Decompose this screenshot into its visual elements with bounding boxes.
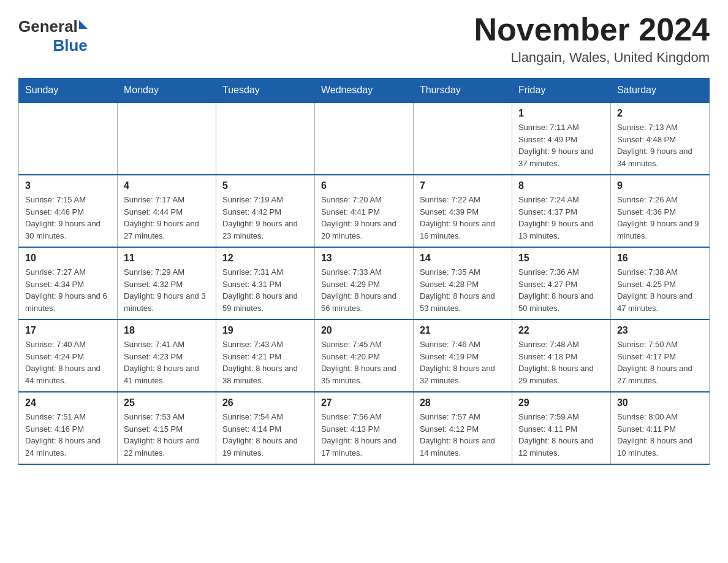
day-info: Sunrise: 8:00 AMSunset: 4:11 PMDaylight:… [617,412,692,458]
day-info: Sunrise: 7:22 AMSunset: 4:39 PMDaylight:… [420,195,495,240]
table-row: 14 Sunrise: 7:35 AMSunset: 4:28 PMDaylig… [413,247,512,320]
table-row [117,102,216,175]
table-row: 10 Sunrise: 7:27 AMSunset: 4:34 PMDaylig… [19,247,118,320]
table-row: 29 Sunrise: 7:59 AMSunset: 4:11 PMDaylig… [512,392,610,464]
table-row: 17 Sunrise: 7:40 AMSunset: 4:24 PMDaylig… [19,320,118,392]
header-thursday: Thursday [413,79,512,103]
day-info: Sunrise: 7:17 AMSunset: 4:44 PMDaylight:… [124,195,199,240]
day-number: 29 [518,397,604,408]
calendar-week-row: 3 Sunrise: 7:15 AMSunset: 4:46 PMDayligh… [19,175,710,247]
day-number: 10 [25,253,111,264]
header-saturday: Saturday [610,79,709,103]
day-info: Sunrise: 7:45 AMSunset: 4:20 PMDaylight:… [321,340,396,385]
table-row: 23 Sunrise: 7:50 AMSunset: 4:17 PMDaylig… [610,320,709,392]
calendar: Sunday Monday Tuesday Wednesday Thursday… [18,78,710,465]
day-info: Sunrise: 7:35 AMSunset: 4:28 PMDaylight:… [420,267,495,313]
logo-general-text: General [18,17,78,36]
table-row: 6 Sunrise: 7:20 AMSunset: 4:41 PMDayligh… [314,175,413,247]
day-number: 23 [617,325,703,336]
table-row [314,102,413,175]
day-number: 27 [321,397,407,408]
day-info: Sunrise: 7:46 AMSunset: 4:19 PMDaylight:… [420,340,495,385]
day-number: 25 [124,397,210,408]
day-info: Sunrise: 7:36 AMSunset: 4:27 PMDaylight:… [518,267,594,313]
table-row: 15 Sunrise: 7:36 AMSunset: 4:27 PMDaylig… [512,247,610,320]
day-info: Sunrise: 7:41 AMSunset: 4:23 PMDaylight:… [124,340,199,385]
day-number: 28 [420,397,506,408]
day-number: 30 [617,397,703,408]
table-row: 18 Sunrise: 7:41 AMSunset: 4:23 PMDaylig… [117,320,216,392]
day-info: Sunrise: 7:24 AMSunset: 4:37 PMDaylight:… [518,195,594,240]
day-info: Sunrise: 7:20 AMSunset: 4:41 PMDaylight:… [321,195,396,240]
day-number: 8 [518,180,604,191]
day-number: 17 [25,325,111,336]
table-row: 20 Sunrise: 7:45 AMSunset: 4:20 PMDaylig… [314,320,413,392]
title-area: November 2024 Llangain, Wales, United Ki… [474,12,710,66]
day-info: Sunrise: 7:59 AMSunset: 4:11 PMDaylight:… [518,412,594,458]
table-row [413,102,512,175]
day-number: 4 [124,180,210,191]
table-row: 13 Sunrise: 7:33 AMSunset: 4:29 PMDaylig… [314,247,413,320]
header-tuesday: Tuesday [216,79,314,103]
day-info: Sunrise: 7:33 AMSunset: 4:29 PMDaylight:… [321,267,396,313]
table-row: 9 Sunrise: 7:26 AMSunset: 4:36 PMDayligh… [610,175,709,247]
day-number: 24 [25,397,111,408]
day-info: Sunrise: 7:13 AMSunset: 4:48 PMDaylight:… [617,123,692,168]
day-info: Sunrise: 7:15 AMSunset: 4:46 PMDaylight:… [25,195,100,240]
table-row: 26 Sunrise: 7:54 AMSunset: 4:14 PMDaylig… [216,392,314,464]
logo-blue-text: Blue [53,36,87,55]
calendar-week-row: 1 Sunrise: 7:11 AMSunset: 4:49 PMDayligh… [19,102,710,175]
table-row: 8 Sunrise: 7:24 AMSunset: 4:37 PMDayligh… [512,175,610,247]
day-info: Sunrise: 7:40 AMSunset: 4:24 PMDaylight:… [25,340,100,385]
day-info: Sunrise: 7:38 AMSunset: 4:25 PMDaylight:… [617,267,692,313]
header: General Blue November 2024 Llangain, Wal… [18,12,710,66]
table-row: 7 Sunrise: 7:22 AMSunset: 4:39 PMDayligh… [413,175,512,247]
day-info: Sunrise: 7:27 AMSunset: 4:34 PMDaylight:… [25,267,107,313]
day-info: Sunrise: 7:57 AMSunset: 4:12 PMDaylight:… [420,412,495,458]
table-row: 2 Sunrise: 7:13 AMSunset: 4:48 PMDayligh… [610,102,709,175]
day-info: Sunrise: 7:31 AMSunset: 4:31 PMDaylight:… [222,267,298,313]
day-number: 7 [420,180,506,191]
day-number: 11 [124,253,210,264]
day-number: 2 [617,108,703,119]
logo: General Blue [18,17,88,55]
day-number: 13 [321,253,407,264]
calendar-week-row: 17 Sunrise: 7:40 AMSunset: 4:24 PMDaylig… [19,320,710,392]
day-info: Sunrise: 7:11 AMSunset: 4:49 PMDaylight:… [518,123,594,168]
day-number: 5 [222,180,308,191]
day-info: Sunrise: 7:56 AMSunset: 4:13 PMDaylight:… [321,412,396,458]
header-wednesday: Wednesday [314,79,413,103]
day-number: 20 [321,325,407,336]
day-info: Sunrise: 7:29 AMSunset: 4:32 PMDaylight:… [124,267,206,313]
day-info: Sunrise: 7:53 AMSunset: 4:15 PMDaylight:… [124,412,199,458]
table-row: 21 Sunrise: 7:46 AMSunset: 4:19 PMDaylig… [413,320,512,392]
header-sunday: Sunday [19,79,118,103]
day-info: Sunrise: 7:19 AMSunset: 4:42 PMDaylight:… [222,195,298,240]
day-info: Sunrise: 7:51 AMSunset: 4:16 PMDaylight:… [25,412,100,458]
table-row: 11 Sunrise: 7:29 AMSunset: 4:32 PMDaylig… [117,247,216,320]
day-number: 18 [124,325,210,336]
logo-triangle-icon [79,20,88,29]
table-row: 19 Sunrise: 7:43 AMSunset: 4:21 PMDaylig… [216,320,314,392]
day-info: Sunrise: 7:26 AMSunset: 4:36 PMDaylight:… [617,195,699,240]
day-info: Sunrise: 7:54 AMSunset: 4:14 PMDaylight:… [222,412,298,458]
day-number: 26 [222,397,308,408]
location-title: Llangain, Wales, United Kingdom [474,50,710,66]
day-number: 14 [420,253,506,264]
day-number: 12 [222,253,308,264]
table-row: 28 Sunrise: 7:57 AMSunset: 4:12 PMDaylig… [413,392,512,464]
table-row [216,102,314,175]
header-monday: Monday [117,79,216,103]
calendar-week-row: 24 Sunrise: 7:51 AMSunset: 4:16 PMDaylig… [19,392,710,464]
calendar-header-row: Sunday Monday Tuesday Wednesday Thursday… [19,79,710,103]
day-info: Sunrise: 7:50 AMSunset: 4:17 PMDaylight:… [617,340,692,385]
day-number: 6 [321,180,407,191]
header-friday: Friday [512,79,610,103]
table-row: 5 Sunrise: 7:19 AMSunset: 4:42 PMDayligh… [216,175,314,247]
table-row: 16 Sunrise: 7:38 AMSunset: 4:25 PMDaylig… [610,247,709,320]
day-number: 21 [420,325,506,336]
table-row: 3 Sunrise: 7:15 AMSunset: 4:46 PMDayligh… [19,175,118,247]
table-row [19,102,118,175]
table-row: 30 Sunrise: 8:00 AMSunset: 4:11 PMDaylig… [610,392,709,464]
day-number: 3 [25,180,111,191]
